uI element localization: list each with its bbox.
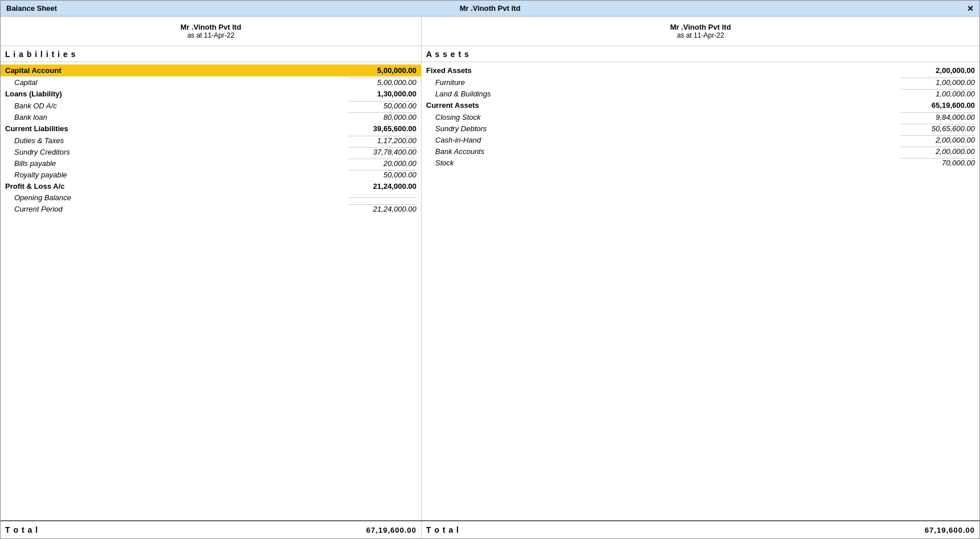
liabilities-header: Mr .Vinoth Pvt ltd as at 11-Apr-22: [1, 17, 422, 46]
group-profit-loss-total: 21,24,000.00: [348, 182, 416, 191]
group-fixed-assets-label: Fixed Assets: [426, 66, 901, 75]
group-loans-liability: Loans (Liability) 1,30,000.00: [1, 88, 421, 100]
total-bar: T o t a l 67,19,600.00 T o t a l 67,19,6…: [1, 520, 979, 538]
ledger-current-period: Current Period 21,24,000.00: [1, 203, 421, 214]
liabilities-column: Capital Account 5,00,000.00 Capital 5,00…: [1, 62, 422, 520]
ledger-land-buildings-label: Land & Buildings: [435, 90, 901, 98]
ledger-bank-loan-label: Bank loan: [14, 113, 348, 121]
ledger-royalty-payable-label: Royalty payable: [14, 171, 348, 179]
ledger-opening-balance-amount: [348, 197, 416, 198]
ledger-sundry-debtors: Sundry Debtors 50,65,600.00: [422, 123, 979, 134]
ledger-bills-payable-label: Bills payable: [14, 159, 348, 168]
ledger-land-buildings-amount: 1,00,000.00: [901, 89, 975, 98]
window-title: Mr .Vinoth Pvt ltd: [460, 4, 521, 13]
ledger-capital: Capital 5,00,000.00: [1, 76, 421, 88]
ledger-opening-balance: Opening Balance: [1, 192, 421, 203]
title-bar: Balance Sheet Mr .Vinoth Pvt ltd ✕: [1, 1, 979, 17]
ledger-royalty-payable-amount: 50,000.00: [348, 170, 416, 179]
ledger-sundry-creditors: Sundry Creditors 37,78,400.00: [1, 146, 421, 157]
group-capital-account-label: Capital Account: [5, 66, 348, 75]
assets-header: Mr .Vinoth Pvt ltd as at 11-Apr-22: [422, 17, 979, 46]
ledger-bank-accounts: Bank Accounts 2,00,000.00: [422, 145, 979, 157]
ledger-opening-balance-label: Opening Balance: [14, 193, 348, 202]
total-right: T o t a l 67,19,600.00: [422, 521, 979, 538]
ledger-current-period-label: Current Period: [14, 205, 348, 213]
ledger-sundry-debtors-amount: 50,65,600.00: [901, 124, 975, 133]
ledger-bank-loan-amount: 80,000.00: [348, 112, 416, 121]
group-fixed-assets: Fixed Assets 2,00,000.00: [422, 64, 979, 76]
group-current-assets: Current Assets 65,19,600.00: [422, 99, 979, 111]
section-title-row: L i a b i l i t i e s A s s e t s: [1, 46, 979, 62]
close-button[interactable]: ✕: [967, 4, 974, 13]
ledger-sundry-creditors-label: Sundry Creditors: [14, 148, 348, 156]
total-liabilities-amount: 67,19,600.00: [366, 526, 416, 534]
total-assets-label: T o t a l: [426, 525, 459, 534]
group-capital-account: Capital Account 5,00,000.00: [1, 64, 421, 76]
ledger-cash-in-hand-amount: 2,00,000.00: [901, 135, 975, 144]
group-profit-loss: Profit & Loss A/c 21,24,000.00: [1, 180, 421, 192]
group-fixed-assets-total: 2,00,000.00: [901, 66, 975, 75]
ledger-bank-od-label: Bank OD A/c: [14, 102, 348, 110]
header-row: Mr .Vinoth Pvt ltd as at 11-Apr-22 Mr .V…: [1, 17, 979, 46]
liabilities-section-title: L i a b i l i t i e s: [1, 46, 422, 62]
group-current-assets-label: Current Assets: [426, 101, 901, 110]
assets-company-name: Mr .Vinoth Pvt ltd: [670, 23, 731, 31]
group-current-assets-total: 65,19,600.00: [901, 101, 975, 110]
group-current-liabilities: Current Liabilities 39,65,600.00: [1, 123, 421, 135]
ledger-bank-accounts-label: Bank Accounts: [435, 147, 901, 156]
group-current-liabilities-total: 39,65,600.00: [348, 124, 416, 133]
ledger-duties-taxes-amount: 1,17,200.00: [348, 136, 416, 145]
ledger-closing-stock-amount: 9,84,000.00: [901, 112, 975, 121]
ledger-furniture: Furniture 1,00,000.00: [422, 76, 979, 88]
ledger-capital-label: Capital: [14, 78, 348, 87]
ledger-sundry-debtors-label: Sundry Debtors: [435, 124, 901, 133]
ledger-furniture-amount: 1,00,000.00: [901, 78, 975, 87]
group-capital-account-total: 5,00,000.00: [348, 66, 416, 75]
content-area: Capital Account 5,00,000.00 Capital 5,00…: [1, 62, 979, 520]
group-loans-total: 1,30,000.00: [348, 90, 416, 98]
group-current-liabilities-label: Current Liabilities: [5, 124, 348, 133]
ledger-closing-stock-label: Closing Stock: [435, 113, 901, 121]
ledger-furniture-label: Furniture: [435, 78, 901, 87]
ledger-land-buildings: Land & Buildings 1,00,000.00: [422, 88, 979, 99]
ledger-bills-payable: Bills payable 20,000.00: [1, 157, 421, 169]
ledger-stock-amount: 70,000.00: [901, 158, 975, 167]
ledger-stock-label: Stock: [435, 159, 901, 167]
ledger-stock: Stock 70,000.00: [422, 157, 979, 168]
ledger-duties-taxes: Duties & Taxes 1,17,200.00: [1, 135, 421, 146]
ledger-royalty-payable: Royalty payable 50,000.00: [1, 169, 421, 180]
total-liabilities-label: T o t a l: [5, 525, 38, 534]
group-profit-loss-label: Profit & Loss A/c: [5, 182, 348, 191]
total-left: T o t a l 67,19,600.00: [1, 521, 422, 538]
ledger-cash-in-hand: Cash-in-Hand 2,00,000.00: [422, 134, 979, 145]
balance-sheet-window: Balance Sheet Mr .Vinoth Pvt ltd ✕ Mr .V…: [0, 0, 980, 539]
total-assets-amount: 67,19,600.00: [925, 526, 975, 534]
ledger-cash-in-hand-label: Cash-in-Hand: [435, 136, 901, 144]
ledger-bank-loan: Bank loan 80,000.00: [1, 111, 421, 123]
ledger-current-period-amount: 21,24,000.00: [348, 204, 416, 213]
ledger-bills-payable-amount: 20,000.00: [348, 159, 416, 168]
liabilities-company-name: Mr .Vinoth Pvt ltd: [180, 23, 241, 31]
ledger-bank-od: Bank OD A/c 50,000.00: [1, 100, 421, 111]
ledger-closing-stock: Closing Stock 9,84,000.00: [422, 111, 979, 123]
ledger-duties-taxes-label: Duties & Taxes: [14, 136, 348, 145]
assets-section-title: A s s e t s: [422, 46, 979, 62]
window-left-title: Balance Sheet: [6, 4, 57, 13]
ledger-sundry-creditors-amount: 37,78,400.00: [348, 147, 416, 156]
ledger-capital-amount: 5,00,000.00: [348, 78, 416, 87]
assets-date: as at 11-Apr-22: [677, 31, 724, 39]
ledger-bank-accounts-amount: 2,00,000.00: [901, 147, 975, 156]
liabilities-date: as at 11-Apr-22: [187, 31, 234, 39]
ledger-bank-od-amount: 50,000.00: [348, 101, 416, 110]
assets-column: Fixed Assets 2,00,000.00 Furniture 1,00,…: [422, 62, 979, 520]
group-loans-label: Loans (Liability): [5, 90, 348, 98]
